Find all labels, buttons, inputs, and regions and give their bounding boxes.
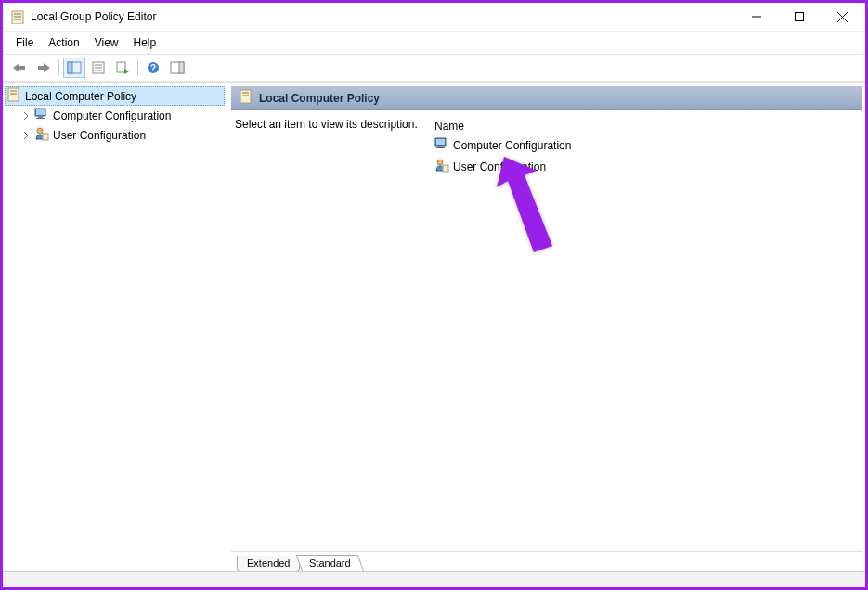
forward-button[interactable] [32, 58, 55, 78]
svg-rect-38 [443, 165, 448, 172]
toolbar: ? [3, 54, 865, 82]
tab-label: Extended [247, 558, 290, 569]
tree-item-label: Computer Configuration [53, 109, 171, 122]
svg-rect-30 [240, 90, 251, 103]
svg-rect-21 [8, 88, 19, 101]
svg-point-37 [437, 160, 443, 165]
view-tabs: Extended Standard [231, 551, 862, 571]
tree-item-label: User Configuration [53, 129, 146, 142]
menu-help[interactable]: Help [126, 33, 164, 52]
details-header-title: Local Computer Policy [259, 92, 380, 105]
list-item-label: User Configuration [453, 160, 546, 173]
description-column: Select an item to view its description. [235, 118, 430, 547]
svg-rect-36 [436, 148, 445, 148]
chevron-right-icon[interactable] [21, 131, 31, 140]
content-area: Local Computer Policy Computer Configura… [3, 82, 865, 571]
menubar: File Action View Help [3, 31, 865, 54]
console-tree[interactable]: Local Computer Policy Computer Configura… [3, 83, 227, 571]
svg-rect-27 [36, 118, 45, 119]
details-pane: Local Computer Policy Select an item to … [227, 83, 865, 571]
help-button[interactable]: ? [142, 58, 164, 78]
tree-item-computer-configuration[interactable]: Computer Configuration [5, 106, 225, 125]
statusbar [3, 571, 865, 588]
show-hide-console-tree-button[interactable] [63, 58, 85, 78]
toolbar-separator [137, 59, 138, 76]
maximize-button[interactable] [778, 3, 821, 31]
user-config-icon [434, 158, 449, 175]
properties-button[interactable] [87, 58, 110, 78]
tab-label: Standard [309, 558, 351, 569]
svg-rect-25 [36, 109, 45, 115]
description-prompt: Select an item to view its description. [235, 118, 418, 131]
window-title: Local Group Policy Editor [31, 10, 156, 23]
items-list[interactable]: Name Computer Configuration User Configu… [430, 118, 862, 547]
tree-item-user-configuration[interactable]: User Configuration [5, 125, 225, 145]
svg-rect-8 [19, 66, 25, 70]
svg-rect-5 [796, 13, 804, 21]
toolbar-separator [58, 59, 59, 76]
svg-rect-29 [43, 134, 48, 140]
svg-rect-20 [179, 62, 184, 73]
svg-rect-34 [436, 139, 445, 145]
window-controls [735, 3, 863, 31]
column-header-name[interactable]: Name [431, 118, 862, 135]
svg-rect-35 [438, 146, 443, 148]
svg-point-28 [37, 128, 43, 134]
svg-rect-0 [12, 11, 23, 24]
details-header: Local Computer Policy [231, 86, 862, 110]
app-icon [10, 9, 25, 24]
svg-rect-11 [68, 62, 72, 73]
list-item-label: Computer Configuration [453, 139, 571, 152]
tree-item-label: Local Computer Policy [25, 90, 136, 103]
back-button[interactable] [8, 58, 31, 78]
computer-config-icon [34, 107, 49, 124]
chevron-right-icon[interactable] [21, 111, 31, 121]
svg-rect-26 [38, 116, 43, 118]
tab-standard[interactable]: Standard [296, 555, 364, 571]
svg-rect-16 [117, 62, 125, 72]
user-config-icon [34, 126, 49, 144]
tab-extended[interactable]: Extended [237, 556, 300, 571]
computer-config-icon [434, 136, 449, 154]
menu-action[interactable]: Action [41, 33, 86, 52]
tree-root-local-computer-policy[interactable]: Local Computer Policy [5, 86, 225, 106]
menu-view[interactable]: View [87, 33, 126, 52]
list-item-user-configuration[interactable]: User Configuration [431, 156, 862, 177]
menu-file[interactable]: File [8, 33, 41, 52]
details-body: Select an item to view its description. … [227, 110, 865, 551]
svg-rect-9 [38, 66, 44, 70]
list-item-computer-configuration[interactable]: Computer Configuration [431, 135, 862, 156]
policy-icon [6, 87, 21, 105]
close-button[interactable] [821, 3, 863, 31]
svg-text:?: ? [150, 63, 156, 73]
titlebar: Local Group Policy Editor [3, 3, 865, 31]
minimize-button[interactable] [735, 3, 778, 31]
policy-icon [239, 89, 253, 107]
export-list-button[interactable] [111, 58, 134, 78]
show-hide-action-pane-button[interactable] [166, 58, 188, 78]
